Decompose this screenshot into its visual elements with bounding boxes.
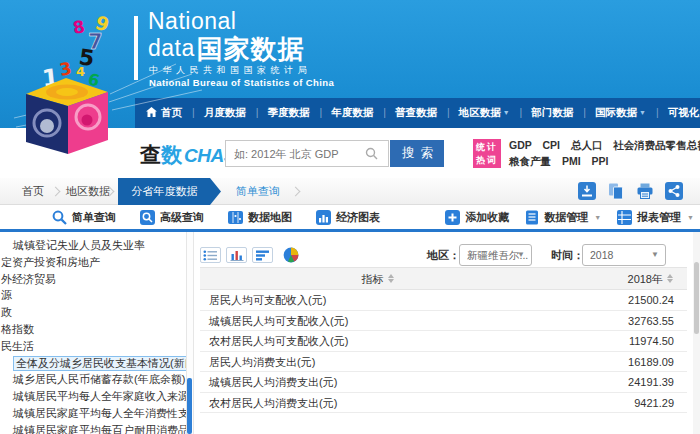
time-select[interactable]: 2018▼ bbox=[582, 244, 666, 266]
tool-economic-charts[interactable]: 经济图表 bbox=[316, 210, 380, 225]
year-column-header: 2018年 bbox=[556, 268, 687, 289]
column-chart-icon bbox=[230, 249, 244, 261]
indicator-column-header: 指标 bbox=[200, 268, 556, 289]
table-header: 指标 2018年 bbox=[200, 267, 687, 290]
hot-words-row2[interactable]: 粮食产量 PMI PPI bbox=[509, 155, 608, 169]
hot-words-row1[interactable]: GDP CPI 总人口 社会消费品零售总额 bbox=[509, 139, 700, 153]
bar-chart-icon bbox=[256, 250, 270, 261]
value-cell: 11974.50 bbox=[556, 331, 687, 351]
list-view-icon bbox=[203, 250, 218, 261]
value-cell: 24191.39 bbox=[556, 372, 687, 392]
indicator-cell: 居民人均可支配收入(元) bbox=[200, 290, 556, 310]
value-cell: 16189.09 bbox=[556, 352, 687, 372]
nav-annual[interactable]: 年度数据 bbox=[314, 106, 378, 120]
nav-census[interactable]: 普查数据 bbox=[378, 106, 442, 120]
sidebar-item[interactable]: 定资产投资和房地产 bbox=[0, 254, 186, 271]
tool-data-management[interactable]: 数据管理▼ bbox=[525, 210, 601, 225]
tool-add-favorite[interactable]: 添加收藏 bbox=[445, 210, 509, 225]
indicator-cell: 农村居民人均可支配收入(元) bbox=[200, 331, 556, 351]
breadcrumb-simple-query[interactable]: 简单查询 bbox=[236, 178, 280, 205]
sidebar-item[interactable]: 民生活 bbox=[0, 338, 186, 355]
table-row: 居民人均消费支出(元)16189.09 bbox=[200, 352, 687, 373]
falling-numbers-cube-icon: 9 8 7 5 3 4 6 1 2 bbox=[14, 2, 214, 154]
nav-international[interactable]: 国际数据▼ bbox=[578, 106, 651, 120]
share-icon[interactable] bbox=[665, 182, 683, 200]
map-icon bbox=[228, 210, 243, 225]
breadcrumb-active-provincial-annual[interactable]: 分省年度数据 bbox=[118, 178, 221, 205]
table-row: 农村居民人均消费支出(元)9421.29 bbox=[200, 393, 687, 414]
logo-cube-graphic: 9 8 7 5 3 4 6 1 2 bbox=[14, 2, 214, 154]
indicator-cell: 城镇居民人均消费支出(元) bbox=[200, 372, 556, 392]
table-row: 城镇居民人均消费支出(元)24191.39 bbox=[200, 372, 687, 393]
hot-words-badge: 统计热词 bbox=[473, 139, 501, 168]
value-cell: 21500.24 bbox=[556, 290, 687, 310]
chevron-right-icon bbox=[51, 187, 61, 197]
chevron-right-icon bbox=[291, 187, 301, 197]
document-icon bbox=[525, 210, 539, 225]
query-tools-right: 添加收藏 数据管理▼ 报表管理▼ bbox=[445, 205, 694, 229]
tool-advanced-query[interactable]: 高级查询 bbox=[140, 210, 204, 225]
nav-regional[interactable]: 地区数据▼ bbox=[442, 106, 515, 120]
search-icon bbox=[365, 147, 378, 160]
plus-icon bbox=[445, 210, 460, 225]
value-cell: 9421.29 bbox=[556, 393, 687, 413]
sidebar-item[interactable]: 城镇居民平均每人全年家庭收入来源 bbox=[0, 388, 186, 405]
nav-visualization[interactable]: 可视化产品 bbox=[651, 106, 700, 120]
chevron-down-icon: ▼ bbox=[594, 214, 601, 221]
svg-text:4: 4 bbox=[76, 64, 85, 79]
sidebar-item[interactable]: 政 bbox=[0, 304, 186, 321]
search-outline-icon bbox=[52, 210, 67, 225]
search-filled-icon bbox=[140, 210, 155, 225]
sidebar-item[interactable]: 城乡居民人民币储蓄存款(年底余额) bbox=[0, 371, 186, 388]
chevron-down-icon: ▼ bbox=[651, 245, 659, 265]
sort-icon[interactable] bbox=[388, 274, 395, 283]
chevron-down-icon: ▼ bbox=[517, 245, 525, 265]
sidebar-item-selected[interactable]: 全体及分城乡居民收支基本情况(新口径) bbox=[0, 355, 186, 372]
view-column-chart-button[interactable] bbox=[226, 247, 247, 263]
chevron-down-icon: ▼ bbox=[639, 109, 646, 116]
view-bar-chart-button[interactable] bbox=[252, 247, 273, 263]
view-pie-chart-button[interactable] bbox=[283, 247, 299, 263]
breadcrumb-home[interactable]: 首页 bbox=[22, 178, 44, 205]
table-row: 农村居民人均可支配收入(元)11974.50 bbox=[200, 331, 687, 352]
indicator-cell: 农村居民人均消费支出(元) bbox=[200, 393, 556, 413]
nav-departmental[interactable]: 部门数据 bbox=[515, 106, 579, 120]
svg-text:3: 3 bbox=[58, 58, 74, 80]
national-data-page: 9 8 7 5 3 4 6 1 2 National data国家数据 中华人民… bbox=[0, 0, 700, 434]
svg-text:8: 8 bbox=[71, 16, 86, 38]
table-row: 城镇居民人均可支配收入(元)32763.55 bbox=[200, 311, 687, 332]
sidebar-item[interactable]: 源 bbox=[0, 287, 186, 304]
tool-simple-query[interactable]: 简单查询 bbox=[52, 210, 116, 225]
pie-chart-icon bbox=[283, 247, 299, 263]
table-row: 居民人均可支配收入(元)21500.24 bbox=[200, 290, 687, 311]
query-tools-left: 简单查询 高级查询 数据地图 经济图表 bbox=[52, 205, 380, 229]
report-table-icon bbox=[617, 210, 632, 225]
indicator-sidebar: 城镇登记失业人员及失业率 定资产投资和房地产 外经济贸易 源 政 格指数 民生活… bbox=[0, 232, 186, 434]
value-cell: 32763.55 bbox=[556, 311, 687, 331]
region-filter-label: 地区： bbox=[427, 244, 460, 266]
time-select-value: 2018 bbox=[590, 249, 613, 261]
sort-icon[interactable] bbox=[667, 274, 674, 283]
page-scrollbar-thumb[interactable] bbox=[694, 262, 699, 334]
indicator-cell: 居民人均消费支出(元) bbox=[200, 352, 556, 372]
breadcrumb-regional-data[interactable]: 地区数据 bbox=[66, 178, 110, 205]
hot-badge-line2: 热词 bbox=[473, 154, 501, 167]
sidebar-item[interactable]: 城镇居民家庭平均每百户耐用消费品拥有量 bbox=[0, 422, 186, 434]
sidebar-item[interactable]: 城镇居民家庭平均每人全年消费性支出 bbox=[0, 405, 186, 422]
tool-data-map[interactable]: 数据地图 bbox=[228, 210, 292, 225]
sidebar-scrollbar-thumb[interactable] bbox=[187, 378, 192, 434]
print-icon[interactable] bbox=[636, 182, 654, 200]
tool-report-management[interactable]: 报表管理▼ bbox=[617, 210, 694, 225]
copy-icon[interactable] bbox=[607, 182, 625, 200]
search-button[interactable]: 搜索 bbox=[390, 140, 444, 167]
sidebar-item[interactable]: 格指数 bbox=[0, 321, 186, 338]
data-table: 指标 2018年 居民人均可支配收入(元)21500.24 城镇居民人均可支配收… bbox=[200, 267, 687, 413]
sidebar-item[interactable]: 城镇登记失业人员及失业率 bbox=[0, 237, 186, 254]
chevron-down-icon: ▼ bbox=[503, 109, 510, 116]
download-icon[interactable] bbox=[578, 182, 596, 200]
time-filter-label: 时间： bbox=[551, 244, 584, 266]
sidebar-item[interactable]: 外经济贸易 bbox=[0, 271, 186, 288]
view-table-button[interactable] bbox=[200, 247, 221, 263]
nav-quarterly[interactable]: 季度数据 bbox=[251, 106, 315, 120]
region-select[interactable]: 新疆维吾尔...▼ bbox=[459, 244, 532, 266]
